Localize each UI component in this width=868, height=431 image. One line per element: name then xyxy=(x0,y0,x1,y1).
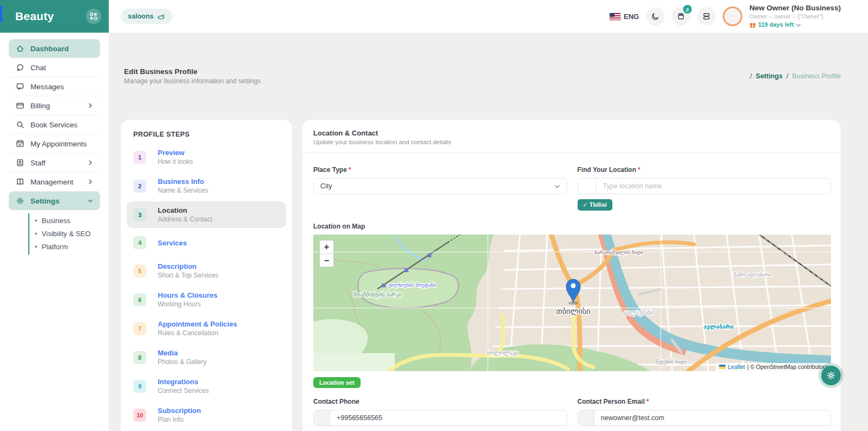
chat-bubble-icon xyxy=(16,63,24,72)
language-label: ENG xyxy=(624,13,639,21)
osm-attribution-text: | © OpenStreetMap contributors xyxy=(747,364,828,370)
sidebar-item-label: Chat xyxy=(30,64,46,72)
step-title: Hours & Closures xyxy=(158,291,218,300)
step-location[interactable]: 3 LocationAddress & Contact xyxy=(127,201,286,228)
breadcrumb-settings-link[interactable]: Settings xyxy=(756,72,783,80)
map-zoom-control: + − xyxy=(319,240,334,267)
breadcrumb: / Settings / Business Profile xyxy=(750,72,841,80)
page-subtitle: Manage your business information and set… xyxy=(124,77,261,85)
step-title: Location xyxy=(158,206,212,215)
step-subtitle: Working Hours xyxy=(158,300,218,309)
step-number-badge: 5 xyxy=(133,264,146,278)
sidebar-item-chat[interactable]: Chat xyxy=(9,58,100,77)
place-type-select[interactable]: City xyxy=(313,178,567,194)
map-canvas[interactable]: თბილისი კალაუბანი მთაწმინდის პარკი ვილნი… xyxy=(313,235,831,371)
workspace-chip[interactable]: saloons xyxy=(121,9,172,24)
message-square-icon xyxy=(16,82,24,91)
step-description[interactable]: 5 DescriptionShort & Top Services xyxy=(127,257,286,284)
dark-mode-button[interactable] xyxy=(646,7,665,26)
step-subscription[interactable]: 10 SubscriptionPlan Info xyxy=(127,402,286,428)
email-input-prefix[interactable] xyxy=(578,410,594,426)
required-mark: * xyxy=(647,398,649,405)
sidebar-item-staff[interactable]: Staff xyxy=(9,153,100,172)
step-business-info[interactable]: 2 Business InfoName & Services xyxy=(127,173,286,199)
submenu-item-visibility-seo[interactable]: •Visibility & SEO xyxy=(29,227,100,241)
location-contact-card: Location & Contact Update your business … xyxy=(302,120,841,431)
zoom-in-button[interactable]: + xyxy=(320,241,333,254)
user-name: New Owner (No Business) xyxy=(749,4,841,13)
sidebar-item-label: Settings xyxy=(30,197,59,205)
store-button[interactable]: 2 xyxy=(672,7,690,26)
submenu-item-business[interactable]: •Business xyxy=(29,214,100,227)
calendar-check-icon xyxy=(16,139,24,148)
step-media[interactable]: 8 MediaPhotos & Gallery xyxy=(127,344,286,371)
map-tiles: თბილისი კალაუბანი მთაწმინდის პარკი ვილნი… xyxy=(313,235,831,371)
step-hours-closures[interactable]: 6 Hours & ClosuresWorking Hours xyxy=(127,286,286,313)
location-set-badge: Location set xyxy=(313,377,361,388)
required-mark: * xyxy=(638,166,641,174)
moon-icon xyxy=(651,12,660,21)
step-integrations[interactable]: 9 IntegrationsConnect Services xyxy=(127,373,286,399)
card-header: Location & Contact Update your business … xyxy=(302,120,841,153)
page-title: Edit Business Profile xyxy=(124,67,261,76)
chevron-down-icon xyxy=(88,198,93,204)
leaflet-link[interactable]: Leaflet xyxy=(728,364,745,370)
find-location-input[interactable] xyxy=(597,182,831,190)
step-appointment-policies[interactable]: 7 Appointment & PoliciesRules & Cancella… xyxy=(127,315,286,342)
sidebar-item-label: Staff xyxy=(30,159,46,167)
sidebar-item-book-services[interactable]: Book Services xyxy=(9,115,100,134)
contact-phone-label: Contact Phone xyxy=(313,398,567,405)
sidebar-item-label: My Appointments xyxy=(30,140,87,148)
main-area: saloons ENG 2 ····· xyxy=(109,0,868,431)
credit-card-icon xyxy=(16,101,24,110)
step-number-badge: 3 xyxy=(133,208,146,221)
sidebar-item-label: Management xyxy=(30,178,73,186)
dove-icon xyxy=(157,13,165,20)
phone-input-prefix[interactable] xyxy=(314,410,330,426)
stack-icon xyxy=(702,12,711,21)
shop-icon xyxy=(677,12,685,21)
submenu-item-platform[interactable]: •Platform xyxy=(29,241,100,254)
sidebar-item-messages[interactable]: Messages xyxy=(9,77,100,96)
submenu-label: Business xyxy=(42,217,71,225)
sidebar-item-my-appointments[interactable]: My Appointments xyxy=(9,134,100,153)
store-badge: 2 xyxy=(683,5,692,14)
step-services[interactable]: 4 Services xyxy=(127,230,286,255)
submenu-label: Platform xyxy=(42,243,68,251)
card-title: Location & Contact xyxy=(313,129,830,137)
chevron-down-icon xyxy=(796,22,801,28)
zoom-out-button[interactable]: − xyxy=(320,254,333,267)
avatar[interactable]: ····· xyxy=(723,7,742,26)
topbar-actions: ENG 2 ····· New Owner (No Business) Owne… xyxy=(610,4,841,28)
sidebar-item-dashboard[interactable]: Dashboard xyxy=(9,39,100,58)
sidebar: Beauty Dashboard Chat xyxy=(0,0,109,431)
map-label-kalaubani: კალაუბანი xyxy=(623,309,654,316)
chevron-down-icon xyxy=(554,183,560,189)
settings-submenu: •Business •Visibility & SEO •Platform xyxy=(28,213,100,255)
breadcrumb-separator: / xyxy=(750,72,752,80)
step-title: Appointment & Policies xyxy=(158,319,237,329)
selected-location-chip[interactable]: ✓ Tbilisi xyxy=(578,199,612,211)
bullet: • xyxy=(35,230,38,238)
us-flag-icon xyxy=(610,13,621,20)
chevron-right-icon xyxy=(88,179,93,184)
step-preview[interactable]: 1 PreviewHow it looks xyxy=(127,144,286,170)
user-menu[interactable]: New Owner (No Business) Owner -- owner -… xyxy=(749,4,841,28)
sidebar-item-settings[interactable]: Settings xyxy=(9,192,100,210)
sidebar-nav: Dashboard Chat Messages Billing xyxy=(0,33,109,260)
step-subtitle: How it looks xyxy=(158,157,193,166)
sidebar-item-management[interactable]: Management xyxy=(9,173,100,191)
map-label-city: თბილისი xyxy=(556,307,590,316)
step-number-badge: 10 xyxy=(133,409,146,422)
floating-settings-button[interactable] xyxy=(821,366,841,385)
contact-email-input[interactable] xyxy=(594,414,831,422)
location-input-prefix[interactable] xyxy=(578,178,597,194)
stack-button[interactable] xyxy=(697,7,716,26)
sidebar-item-label: Book Services xyxy=(30,121,77,129)
contact-phone-input[interactable] xyxy=(330,414,567,422)
sidebar-item-billing[interactable]: Billing xyxy=(9,96,100,115)
apps-grid-button[interactable] xyxy=(86,9,101,24)
map-label-zemo-avlabari: ზემო ავლაბარი xyxy=(734,272,771,278)
language-selector[interactable]: ENG xyxy=(610,13,639,21)
step-number-badge: 1 xyxy=(133,151,146,164)
